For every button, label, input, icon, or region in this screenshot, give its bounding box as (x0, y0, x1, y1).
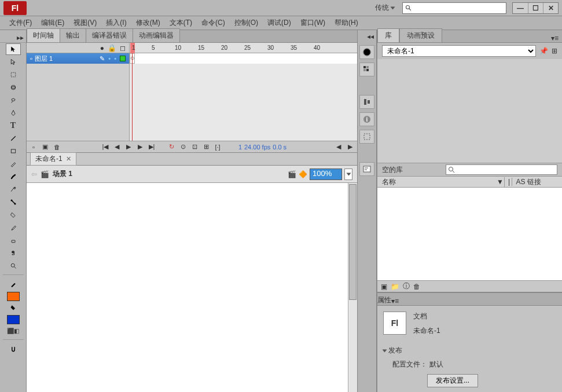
scroll-right-button[interactable]: ▶ (346, 143, 355, 151)
eyedropper-tool[interactable] (6, 222, 21, 233)
free-transform-tool[interactable] (6, 69, 21, 80)
bone-tool[interactable] (6, 196, 21, 208)
loop-button[interactable]: ↻ (167, 143, 176, 151)
selection-tool[interactable] (6, 43, 21, 55)
tab-presets[interactable]: 动画预设 (399, 28, 442, 42)
back-button[interactable]: ⇦ (31, 170, 37, 178)
tab-motion-editor[interactable]: 动画编辑器 (133, 28, 180, 42)
tab-errors[interactable]: 编译器错误 (86, 28, 133, 42)
brush-tool[interactable] (6, 171, 21, 182)
scroll-left-button[interactable]: ◀ (334, 143, 343, 151)
panel-menu-icon[interactable]: ▾≡ (548, 34, 562, 42)
menu-debug[interactable]: 调试(D) (263, 17, 296, 29)
color-panel-icon[interactable] (359, 45, 374, 59)
menu-help[interactable]: 帮助(H) (330, 17, 363, 29)
snap-tool[interactable] (6, 343, 21, 355)
onion-skin-button[interactable]: ⊙ (178, 143, 188, 151)
new-layer-button[interactable]: ▫ (29, 143, 38, 151)
publish-section-header[interactable]: 发布 (383, 344, 556, 357)
menu-commands[interactable]: 命令(C) (197, 17, 230, 29)
outline-icon[interactable]: ◻ (120, 44, 126, 52)
pin-library-button[interactable]: 📌 (539, 47, 548, 55)
document-tab[interactable]: 未命名-1 ✕ (30, 152, 76, 166)
swatches-panel-icon[interactable] (359, 63, 374, 76)
menu-modify[interactable]: 修改(M) (131, 17, 165, 29)
stroke-color-icon[interactable] (6, 279, 21, 290)
workspace-dropdown[interactable]: 传统 (372, 2, 398, 14)
layer-row[interactable]: ▫ 图层 1 ✎ • • (27, 53, 129, 64)
edit-multiple-button[interactable]: ⊞ (201, 143, 211, 151)
tab-library[interactable]: 库 (377, 28, 399, 42)
menu-window[interactable]: 窗口(W) (296, 17, 330, 29)
close-button[interactable]: ✕ (543, 3, 558, 13)
zoom-dropdown[interactable] (344, 168, 352, 180)
line-tool[interactable] (6, 133, 21, 144)
onion-outline-button[interactable]: ⊡ (190, 143, 199, 151)
vertical-scrollbar[interactable] (348, 183, 357, 392)
next-frame-button[interactable]: ▶ (135, 143, 145, 151)
edit-symbol-button[interactable]: 🔶 (299, 170, 307, 178)
timeline-frames[interactable]: ○ (130, 53, 357, 141)
maximize-button[interactable]: ☐ (528, 3, 543, 13)
menu-text[interactable]: 文本(T) (165, 17, 197, 29)
paint-bucket-tool[interactable] (6, 209, 21, 221)
fill-color-icon[interactable] (6, 302, 21, 313)
tab-timeline[interactable]: 时间轴 (27, 28, 60, 42)
menu-view[interactable]: 视图(V) (69, 17, 101, 29)
tab-output[interactable]: 输出 (60, 28, 86, 42)
library-list[interactable] (377, 188, 562, 280)
timeline-ruler[interactable]: 1 5 10 15 20 25 30 35 40 (130, 43, 357, 53)
tab-properties[interactable]: 属性 (377, 295, 391, 305)
new-folder-button[interactable]: 📁 (391, 283, 399, 291)
delete-layer-button[interactable]: 🗑 (52, 143, 61, 151)
zoom-input[interactable]: 100% (310, 168, 342, 180)
menu-insert[interactable]: 插入(I) (101, 17, 131, 29)
rectangle-tool[interactable] (6, 145, 21, 157)
new-library-button[interactable]: ⊞ (552, 47, 557, 55)
lasso-tool[interactable] (6, 94, 21, 106)
transform-panel-icon[interactable] (359, 130, 374, 144)
code-panel-icon[interactable] (359, 162, 374, 176)
panel-collapse-icon[interactable]: ▸▸ (0, 32, 26, 43)
edit-scene-button[interactable]: 🎬 (288, 170, 296, 178)
first-frame-button[interactable]: |◀ (101, 143, 110, 151)
align-panel-icon[interactable] (359, 95, 374, 109)
play-button[interactable]: ▶ (124, 143, 133, 151)
minimize-button[interactable]: — (513, 3, 528, 13)
col-link[interactable]: AS 链接 (512, 178, 541, 186)
stroke-color-swatch[interactable] (7, 315, 20, 324)
panel-menu-icon[interactable]: ▾≡ (391, 297, 399, 305)
pen-tool[interactable] (6, 107, 21, 119)
eye-icon[interactable]: ● (100, 44, 104, 52)
3d-tool[interactable] (6, 82, 21, 93)
hand-tool[interactable] (6, 247, 21, 259)
publish-settings-button[interactable]: 发布设置... (427, 374, 478, 387)
pencil-tool[interactable] (6, 158, 21, 170)
last-frame-button[interactable]: ▶| (147, 143, 156, 151)
new-symbol-button[interactable]: ▣ (381, 283, 387, 291)
library-document-dropdown[interactable]: 未命名-1 (382, 45, 536, 57)
fill-color-swatch[interactable] (7, 292, 20, 301)
delete-button[interactable]: 🗑 (413, 283, 420, 291)
layer-color-swatch[interactable] (120, 56, 126, 61)
prev-frame-button[interactable]: ◀ (112, 143, 122, 151)
close-tab-button[interactable]: ✕ (66, 155, 71, 163)
help-search-input[interactable] (402, 2, 506, 14)
col-name[interactable]: 名称 (377, 177, 496, 187)
dock-collapse-icon[interactable]: ◂◂ (358, 32, 376, 42)
stage[interactable] (27, 183, 348, 392)
new-folder-button[interactable]: ▣ (41, 143, 50, 151)
menu-file[interactable]: 文件(F) (5, 17, 36, 29)
menu-edit[interactable]: 编辑(E) (36, 17, 69, 29)
properties-button[interactable]: ⓘ (403, 281, 410, 291)
deco-tool[interactable] (6, 184, 21, 195)
onion-markers-button[interactable]: [·] (213, 143, 222, 151)
text-tool[interactable]: T (6, 120, 21, 131)
eraser-tool[interactable] (6, 235, 21, 246)
info-panel-icon[interactable]: i (359, 112, 374, 126)
menu-control[interactable]: 控制(O) (230, 17, 263, 29)
subselection-tool[interactable] (6, 56, 21, 68)
lock-icon[interactable]: 🔒 (108, 44, 116, 52)
library-search-input[interactable] (446, 164, 557, 175)
zoom-tool[interactable] (6, 260, 21, 272)
